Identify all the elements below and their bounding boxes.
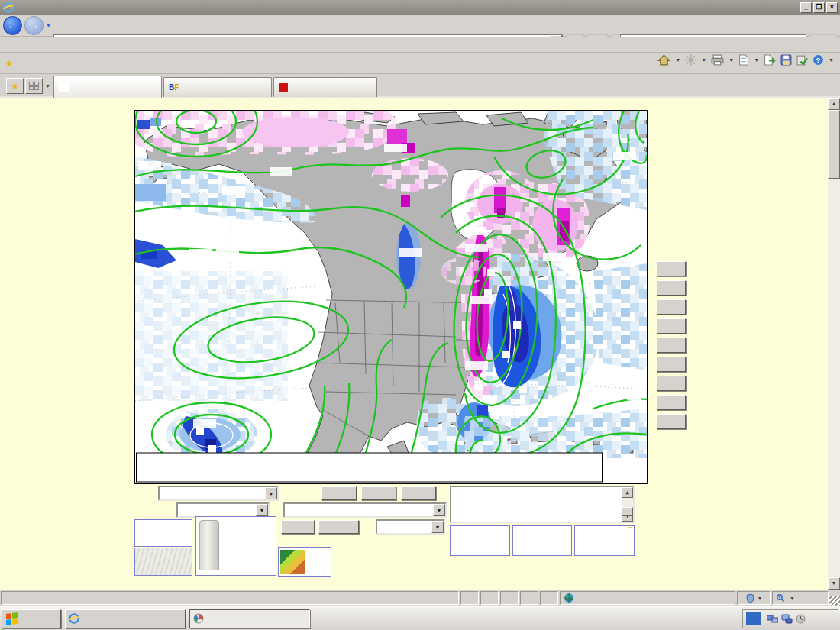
nav-history-dropdown[interactable]: ▼ [46, 23, 51, 28]
home-icon[interactable] [657, 54, 670, 66]
day-button-mi[interactable] [657, 299, 686, 315]
gebiet-select[interactable]: ▼ [176, 502, 270, 518]
quick-tabs-button[interactable] [25, 78, 43, 94]
day-button-do[interactable] [657, 318, 686, 334]
task-button-photoimpression[interactable] [189, 609, 310, 628]
tab-favicon [279, 83, 288, 92]
wetter3-home-link[interactable] [134, 519, 192, 547]
help-icon[interactable]: ? [813, 54, 824, 66]
termin-prev-button[interactable] [321, 486, 357, 500]
photoimpression-icon [193, 613, 204, 624]
play-button[interactable] [281, 520, 315, 534]
page-scrollbar[interactable]: ▲ ▼ [828, 98, 840, 590]
language-indicator[interactable] [746, 612, 761, 625]
day-button-fr[interactable] [657, 338, 686, 353]
safety-icon[interactable] [796, 54, 808, 66]
dropdown-arrow-icon[interactable]: ▼ [265, 487, 277, 499]
home-dropdown[interactable]: ▼ [675, 57, 680, 63]
init-select[interactable]: ▼ [158, 486, 279, 501]
precip-point-label [513, 321, 521, 329]
day-button-di2[interactable] [657, 414, 686, 429]
network-icon[interactable] [767, 614, 778, 624]
scroll-thumb[interactable] [828, 110, 840, 179]
speed-select[interactable]: ▼ [376, 519, 445, 535]
ie-task-icon [69, 613, 79, 624]
tutorial-link[interactable] [450, 525, 510, 556]
scroll-down-icon[interactable]: ▼ [828, 577, 840, 590]
isobar-label [216, 249, 239, 257]
internet-zone-icon [564, 593, 574, 603]
task-button-wetter3[interactable] [65, 609, 186, 628]
restore-button[interactable]: ❐ [813, 2, 825, 13]
isobar-label [464, 227, 486, 235]
parameter-select[interactable]: ▼ [283, 502, 447, 518]
day-button-so[interactable] [657, 376, 686, 391]
precip-point-label [208, 445, 216, 453]
info-scrollbar[interactable]: ▲ ▼ [622, 487, 633, 522]
page-icon[interactable] [738, 54, 749, 66]
info-textarea[interactable]: ▲ ▼ [450, 486, 635, 523]
feeds-dropdown[interactable]: ▼ [701, 57, 706, 63]
archiv-thumbnail [280, 550, 305, 574]
title-bar: _ ❐ × [0, 0, 840, 15]
tab-favicon [59, 82, 69, 92]
status-bar: ▼ ▼ [0, 590, 840, 606]
close-button[interactable]: × [826, 2, 838, 13]
zoom-control[interactable]: ▼ [772, 591, 829, 605]
scroll-thumb[interactable] [622, 507, 633, 516]
day-button-sa[interactable] [657, 357, 686, 372]
termin-next-button[interactable] [361, 486, 396, 500]
translate-page-icon[interactable] [764, 54, 776, 66]
isobar-label [193, 419, 216, 428]
system-tray [742, 609, 838, 628]
day-button-di1[interactable] [657, 280, 686, 296]
svg-text:?: ? [816, 56, 821, 64]
quick-tabs-icon [29, 82, 39, 90]
print-dropdown[interactable]: ▼ [729, 57, 734, 63]
clock-tray-icon[interactable] [796, 614, 806, 624]
page-content: ▼ ▼ ▼ ▼ ▲ ▼ [0, 98, 840, 590]
scroll-up-icon[interactable]: ▲ [828, 98, 840, 110]
command-bar: ▼ ▼ ▼ ▼ ?▼ [657, 54, 834, 66]
protected-mode-button[interactable]: ▼ [737, 591, 771, 605]
medienpreis-link[interactable] [195, 516, 276, 576]
back-button[interactable]: ← [3, 16, 22, 35]
tab-ks-aktiengesellschaft[interactable]: BF [163, 77, 272, 97]
dropdown-arrow-icon[interactable]: ▼ [433, 504, 445, 516]
minimize-button[interactable]: _ [800, 2, 812, 13]
isobar-label [543, 253, 566, 261]
page-dropdown[interactable]: ▼ [754, 57, 759, 63]
dwd-archiv-link[interactable] [134, 548, 192, 576]
day-button-mo2[interactable] [657, 395, 686, 410]
isobar-label [465, 244, 488, 252]
isobar-label [465, 361, 488, 370]
precip-point-label [491, 412, 499, 419]
connection-icon[interactable] [781, 614, 793, 624]
save-icon[interactable] [780, 54, 792, 66]
help-dropdown[interactable]: ▼ [829, 57, 834, 63]
scroll-up-icon[interactable]: ▲ [622, 487, 633, 498]
isobar-label [270, 167, 292, 176]
start-button[interactable] [2, 609, 61, 628]
precip-point-label [487, 269, 495, 276]
feeds-icon[interactable] [685, 54, 696, 66]
favorites-center-button[interactable]: ★ [6, 78, 24, 94]
resize-grip[interactable] [829, 596, 840, 606]
windows-logo-icon [6, 612, 18, 625]
tab-wetter3[interactable] [53, 76, 162, 98]
forward-button[interactable]: → [24, 16, 44, 35]
day-button-mo1[interactable] [657, 261, 686, 276]
archiv-link[interactable] [278, 547, 331, 577]
dropdown-arrow-icon[interactable]: ▼ [431, 521, 444, 533]
tab-list-dropdown[interactable]: ▼ [45, 83, 50, 89]
stop-animation-button[interactable] [318, 520, 359, 534]
dropdown-arrow-icon[interactable]: ▼ [256, 504, 268, 516]
termin-first-button[interactable] [401, 486, 436, 500]
trajektorien-link[interactable] [574, 525, 635, 556]
previewtool-link[interactable] [512, 525, 572, 556]
tab-ks-seite12[interactable] [273, 77, 377, 97]
favorites-star-icon[interactable]: ★ [5, 57, 15, 69]
print-icon[interactable] [711, 54, 724, 66]
precip-point-label [502, 351, 510, 358]
isobar-label [189, 249, 212, 257]
